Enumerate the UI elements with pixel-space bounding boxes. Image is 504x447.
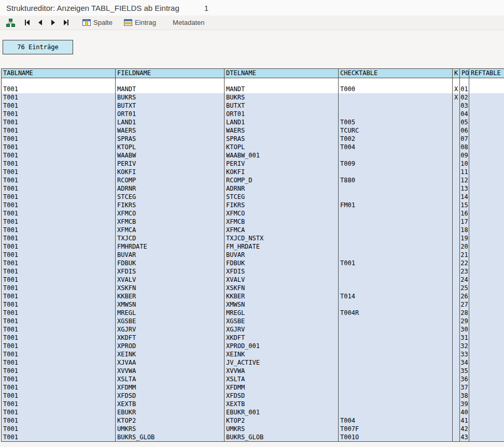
cell-reftable[interactable] (469, 218, 504, 226)
cell-po[interactable]: 31 (460, 334, 469, 342)
cell-fieldname[interactable]: STCEG (116, 193, 225, 201)
table-row[interactable]: T001BUVARBUVAR21 (2, 251, 504, 259)
cell-po[interactable]: 08 (460, 143, 469, 151)
cell-k[interactable] (453, 350, 460, 358)
cell-reftable[interactable] (469, 126, 504, 135)
cell-dtelname[interactable]: EBUKR_001 (225, 408, 339, 416)
cell-dtelname[interactable]: XFMCO (225, 209, 339, 218)
cell-po[interactable]: 09 (460, 151, 469, 160)
cell-dtelname[interactable]: XGSBE (225, 317, 339, 325)
cell-checktable[interactable] (339, 193, 453, 201)
cell-checktable[interactable] (339, 168, 453, 176)
cell-reftable[interactable] (469, 135, 504, 143)
cell-reftable[interactable] (469, 400, 504, 408)
cell-fieldname[interactable]: PERIV (116, 160, 225, 168)
cell-dtelname[interactable]: XFDIS (225, 267, 339, 276)
cell-checktable[interactable]: T014 (339, 292, 453, 300)
cell-dtelname[interactable]: XGJRV (225, 325, 339, 334)
cell-k[interactable] (453, 201, 460, 209)
cell-checktable[interactable] (339, 317, 453, 325)
cell-dtelname[interactable]: XFDMM (225, 383, 339, 392)
previous-entry-button[interactable] (34, 18, 46, 27)
cell-fieldname[interactable]: KTOP2 (116, 416, 225, 425)
table-row[interactable]: T001XSKFNXSKFN25 (2, 284, 504, 292)
cell-checktable[interactable]: T005 (339, 118, 453, 126)
cell-k[interactable] (453, 267, 460, 276)
cell-dtelname[interactable]: KTOP2 (225, 416, 339, 425)
cell-reftable[interactable] (469, 350, 504, 358)
cell-reftable[interactable] (469, 392, 504, 400)
metadaten-button[interactable]: Metadaten (171, 18, 206, 27)
cell-fieldname[interactable]: BUKRS (116, 93, 225, 102)
cell-fieldname[interactable]: SPRAS (116, 135, 225, 143)
cell-fieldname[interactable]: XEXTB (116, 400, 225, 408)
table-row[interactable]: T001XFDSDXFDSD38 (2, 392, 504, 400)
cell-reftable[interactable] (469, 317, 504, 325)
cell-checktable[interactable] (339, 284, 453, 292)
cell-po[interactable]: 30 (460, 325, 469, 334)
cell-checktable[interactable]: T002 (339, 135, 453, 143)
cell-checktable[interactable] (339, 151, 453, 160)
table-row[interactable]: T001XFDISXFDIS23 (2, 267, 504, 276)
cell-k[interactable] (453, 242, 460, 251)
table-row[interactable]: T001MREGLMREGLT004R28 (2, 309, 504, 317)
cell-reftable[interactable] (469, 276, 504, 284)
cell-po[interactable]: 05 (460, 118, 469, 126)
cell-fieldname[interactable]: XFDSD (116, 392, 225, 400)
cell-dtelname[interactable]: JV_ACTIVE (225, 358, 339, 367)
cell-checktable[interactable] (339, 325, 453, 334)
table-row[interactable]: T001STCEGSTCEG14 (2, 193, 504, 201)
cell-dtelname[interactable]: UMKRS (225, 425, 339, 433)
cell-k[interactable] (453, 234, 460, 242)
cell-reftable[interactable] (469, 176, 504, 184)
cell-dtelname[interactable]: WAERS (225, 126, 339, 135)
table-row[interactable]: T001PERIVPERIVT00910 (2, 160, 504, 168)
cell-tablname[interactable]: T001 (2, 276, 116, 284)
cell-reftable[interactable] (469, 358, 504, 367)
cell-reftable[interactable] (469, 226, 504, 234)
cell-dtelname[interactable]: XKDFT (225, 334, 339, 342)
cell-k[interactable] (453, 251, 460, 259)
table-row[interactable]: T001FIKRSFIKRSFM0115 (2, 201, 504, 209)
table-row[interactable]: T001XVVWAXVVWA35 (2, 367, 504, 375)
table-row[interactable]: T001WAABWWAABW_00109 (2, 151, 504, 160)
cell-fieldname[interactable]: TXJCD (116, 234, 225, 242)
cell-reftable[interactable] (469, 143, 504, 151)
cell-po[interactable]: 21 (460, 251, 469, 259)
cell-k[interactable] (453, 102, 460, 110)
cell-k[interactable] (453, 143, 460, 151)
cell-checktable[interactable]: T004R (339, 309, 453, 317)
table-row[interactable]: T001XGSBEXGSBE29 (2, 317, 504, 325)
cell-k[interactable] (453, 317, 460, 325)
cell-fieldname[interactable]: XFDMM (116, 383, 225, 392)
cell-k[interactable] (453, 392, 460, 400)
cell-po[interactable]: 13 (460, 184, 469, 193)
cell-checktable[interactable] (339, 392, 453, 400)
cell-fieldname[interactable]: XVALV (116, 276, 225, 284)
cell-tablname[interactable]: T001 (2, 309, 116, 317)
cell-checktable[interactable] (339, 342, 453, 350)
table-row[interactable]: T001XEINKXEINK33 (2, 350, 504, 358)
column-header-dtelname[interactable]: DTELNAME (225, 69, 339, 78)
cell-dtelname[interactable]: KOKFI (225, 168, 339, 176)
spalte-button[interactable]: Spalte (80, 18, 115, 27)
cell-po[interactable]: 14 (460, 193, 469, 201)
table-row[interactable]: T001WAERSWAERSTCURC06 (2, 126, 504, 135)
column-header-checktable[interactable]: CHECKTABLE (339, 69, 453, 78)
cell-po[interactable]: 17 (460, 218, 469, 226)
cell-tablname[interactable]: T001 (2, 126, 116, 135)
cell-reftable[interactable] (469, 284, 504, 292)
cell-tablname[interactable]: T001 (2, 408, 116, 416)
cell-checktable[interactable] (339, 350, 453, 358)
cell-reftable[interactable] (469, 259, 504, 267)
cell-k[interactable] (453, 276, 460, 284)
cell-k[interactable] (453, 342, 460, 350)
table-row[interactable]: T001XGJRVXGJRV30 (2, 325, 504, 334)
cell-tablname[interactable]: T001 (2, 350, 116, 358)
cell-k[interactable] (453, 400, 460, 408)
cell-po[interactable]: 38 (460, 392, 469, 400)
cell-po[interactable]: 43 (460, 433, 469, 442)
cell-fieldname[interactable]: MREGL (116, 309, 225, 317)
cell-fieldname[interactable]: ADRNR (116, 184, 225, 193)
cell-tablname[interactable]: T001 (2, 135, 116, 143)
